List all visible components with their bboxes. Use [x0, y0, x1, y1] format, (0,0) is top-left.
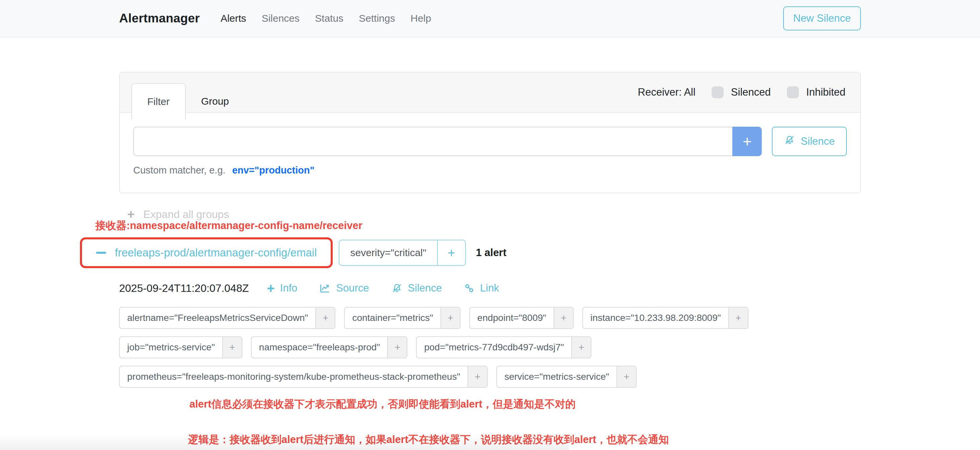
- tab-group[interactable]: Group: [186, 83, 244, 119]
- chart-line-icon: [319, 282, 331, 294]
- filter-card-header: Filter Group Receiver: All Silenced Inhi…: [120, 73, 860, 112]
- label-tag: namespace="freeleaps-prod" +: [251, 336, 408, 358]
- label-tag-text: prometheus="freeleaps-monitoring-system/…: [120, 366, 468, 387]
- annotation-receiver-note: 接收器:namespace/altermanager-config-name/r…: [95, 219, 363, 233]
- label-tag: job="metrics-service" +: [119, 336, 242, 358]
- nav-item-settings[interactable]: Settings: [359, 13, 395, 24]
- label-tag: pod="metrics-77d9cdb497-wdsj7" +: [416, 336, 592, 358]
- alert-link-label: Link: [480, 282, 499, 294]
- bell-slash-icon: [784, 135, 795, 149]
- label-tag-text: container="metrics": [345, 307, 441, 328]
- main-nav: Alerts Silences Status Settings Help: [221, 13, 431, 24]
- label-tag: endpoint="8009" +: [469, 307, 574, 329]
- silenced-checkbox-label: Silenced: [731, 86, 771, 98]
- label-filter-add-button[interactable]: +: [387, 337, 407, 358]
- bell-slash-icon: [391, 282, 402, 294]
- label-tag: instance="10.233.98.209:8009" +: [582, 307, 748, 329]
- annotation-note-1: alert信息必须在接收器下才表示配置成功，否则即使能看到alert，但是通知是…: [189, 397, 861, 411]
- alert-item: 2025-09-24T11:20:07.048Z + Info Source: [119, 282, 861, 450]
- tab-filter[interactable]: Filter: [131, 83, 186, 119]
- label-filter-add-button[interactable]: +: [728, 307, 748, 328]
- alert-labels: alertname="FreeleapsMetricsServiceDown" …: [119, 307, 861, 388]
- label-filter-add-button[interactable]: +: [571, 337, 591, 358]
- matcher-input[interactable]: [133, 127, 732, 156]
- checkbox-icon[interactable]: [711, 86, 724, 98]
- label-tag-text: job="metrics-service": [120, 337, 222, 358]
- annotation-highlight-box: freeleaps-prod/alertmanager-config/email: [80, 238, 333, 268]
- matcher-example-link[interactable]: env="production": [232, 165, 315, 176]
- label-tag-text: endpoint="8009": [470, 307, 554, 328]
- label-filter-add-button[interactable]: +: [441, 307, 460, 328]
- group-matcher-tag: severity="critical" +: [339, 240, 466, 266]
- nav-item-status[interactable]: Status: [315, 13, 344, 24]
- label-filter-add-button[interactable]: +: [468, 366, 487, 387]
- label-tag-text: service="metrics-service": [497, 366, 617, 387]
- label-tag: prometheus="freeleaps-monitoring-system/…: [119, 366, 488, 388]
- groups-toolbar: + Expand all groups 接收器:namespace/alterm…: [119, 193, 861, 238]
- label-filter-add-button[interactable]: +: [315, 307, 335, 328]
- annotation-note-2: 逻辑是：接收器收到alert后进行通知，如果alert不在接收器下，说明接收器没…: [188, 433, 861, 447]
- silenced-checkbox[interactable]: Silenced: [711, 86, 771, 98]
- label-filter-add-button[interactable]: +: [222, 337, 242, 358]
- nav-item-help[interactable]: Help: [410, 13, 431, 24]
- matcher-hint-text: Custom matcher, e.g.: [133, 165, 226, 176]
- alert-silence-button[interactable]: Silence: [391, 282, 442, 294]
- group-matcher-label: severity="critical": [339, 240, 437, 265]
- nav-item-alerts[interactable]: Alerts: [221, 13, 247, 24]
- alert-group-row: freeleaps-prod/alertmanager-config/email…: [80, 238, 861, 268]
- matcher-input-group: +: [133, 127, 762, 156]
- plus-icon: +: [267, 282, 274, 295]
- group-toggle-button[interactable]: freeleaps-prod/alertmanager-config/email: [83, 241, 329, 265]
- label-tag: alertname="FreeleapsMetricsServiceDown" …: [119, 307, 336, 329]
- inhibited-checkbox-label: Inhibited: [806, 86, 845, 98]
- main-content: Filter Group Receiver: All Silenced Inhi…: [119, 72, 861, 450]
- add-matcher-button[interactable]: +: [732, 127, 762, 156]
- link-icon: [464, 283, 475, 293]
- label-tag-text: pod="metrics-77d9cdb497-wdsj7": [417, 337, 571, 358]
- filter-options: Receiver: All Silenced Inhibited: [638, 86, 849, 98]
- alert-link-button[interactable]: Link: [464, 282, 499, 294]
- alert-info-label: Info: [280, 282, 298, 294]
- filter-card: Filter Group Receiver: All Silenced Inhi…: [119, 72, 861, 193]
- app-brand[interactable]: Alertmanager: [119, 11, 200, 25]
- label-tag-text: alertname="FreeleapsMetricsServiceDown": [120, 307, 315, 328]
- alert-meta-row: 2025-09-24T11:20:07.048Z + Info Source: [119, 282, 861, 295]
- top-navbar: Alertmanager Alerts Silences Status Sett…: [0, 0, 980, 38]
- alert-count: 1 alert: [476, 247, 506, 259]
- label-filter-add-button[interactable]: +: [617, 366, 636, 387]
- label-filter-add-button[interactable]: +: [554, 307, 573, 328]
- alert-info-button[interactable]: + Info: [267, 282, 297, 295]
- alert-source-button[interactable]: Source: [319, 282, 369, 294]
- group-name: freeleaps-prod/alertmanager-config/email: [115, 246, 317, 259]
- label-tag-text: instance="10.233.98.209:8009": [583, 307, 728, 328]
- matcher-hint: Custom matcher, e.g. env="production": [133, 165, 847, 176]
- filter-card-body: + Silence Custom matcher, e.g. env="prod: [120, 112, 860, 193]
- silence-filter-button[interactable]: Silence: [772, 127, 847, 156]
- minus-icon: [96, 252, 106, 254]
- inhibited-checkbox[interactable]: Inhibited: [787, 86, 845, 98]
- label-tag: service="metrics-service" +: [496, 366, 636, 388]
- group-matcher-add-button[interactable]: +: [437, 240, 465, 265]
- receiver-filter[interactable]: Receiver: All: [638, 86, 695, 98]
- checkbox-icon[interactable]: [787, 86, 799, 98]
- alert-timestamp: 2025-09-24T11:20:07.048Z: [119, 282, 249, 295]
- alert-silence-label: Silence: [408, 282, 442, 294]
- alert-source-label: Source: [336, 282, 369, 294]
- new-silence-button[interactable]: New Silence: [783, 6, 861, 30]
- silence-filter-label: Silence: [800, 135, 835, 147]
- nav-item-silences[interactable]: Silences: [262, 13, 299, 24]
- label-tag: container="metrics" +: [344, 307, 461, 329]
- label-tag-text: namespace="freeleaps-prod": [252, 337, 388, 358]
